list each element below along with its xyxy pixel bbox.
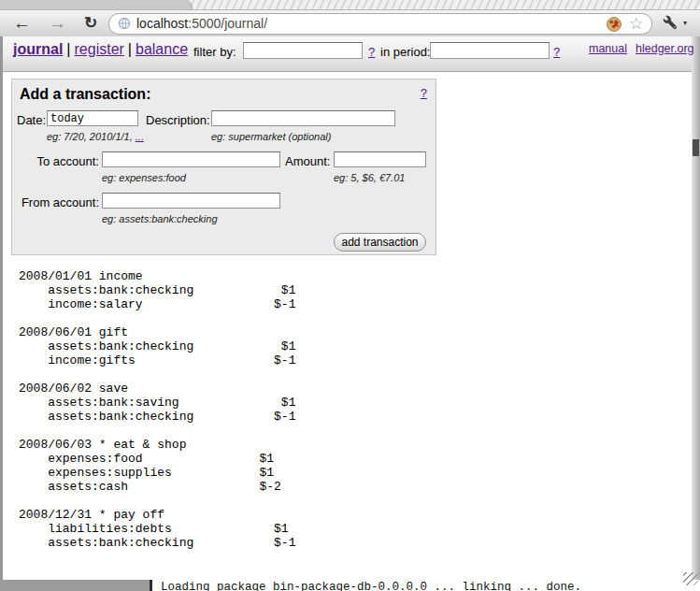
nav-link-balance[interactable]: balance: [136, 41, 188, 57]
address-bar[interactable]: localhost:5000/journal/ × ☆: [108, 13, 652, 35]
date-label: Date:: [17, 113, 46, 127]
add-transaction-form: Add a transaction: ? Date: Description: …: [11, 79, 436, 255]
menu-arrow-icon: ▾: [683, 19, 687, 27]
hledger-navbar: journal|register|balance filter by: ? in…: [3, 36, 692, 72]
tab-strip: [0, 0, 700, 10]
browser-tab[interactable]: [0, 0, 193, 9]
date-hint: eg: 7/20, 2010/1/1, ...: [47, 131, 144, 142]
url-path: :5000/journal/: [188, 16, 267, 31]
forward-button[interactable]: →: [49, 11, 66, 36]
blocked-x-icon: ×: [613, 20, 619, 30]
in-period-label: in period:: [380, 45, 430, 59]
manual-link[interactable]: manual: [589, 42, 627, 55]
terminal-output-text: Loading package bin-package-db-0.0.0.0 .…: [161, 581, 693, 591]
view-links: journal|register|balance: [13, 41, 188, 58]
nav-link-register[interactable]: register: [75, 41, 124, 57]
form-title: Add a transaction:: [20, 86, 150, 103]
url-text: localhost:5000/journal/: [136, 16, 267, 31]
date-hint-more-link[interactable]: ...: [136, 131, 144, 142]
nav-link-journal[interactable]: journal: [13, 41, 63, 57]
description-hint: eg: supermarket (optional): [211, 131, 331, 142]
page-globe-icon: [118, 17, 131, 34]
desktop-strip: [0, 580, 150, 591]
description-label: Description:: [146, 113, 210, 127]
to-account-input[interactable]: [102, 151, 280, 167]
from-account-hint: eg: assets:bank:checking: [102, 213, 218, 224]
bookmark-star-icon[interactable]: ☆: [629, 14, 643, 34]
period-input[interactable]: [430, 42, 550, 59]
scrollbar-thumb[interactable]: [693, 139, 699, 156]
from-account-label: From account:: [12, 195, 99, 209]
to-account-label: To account:: [12, 154, 99, 168]
back-button[interactable]: ←: [13, 11, 31, 36]
window-resize-grip[interactable]: [683, 572, 698, 585]
date-hint-text: eg: 7/20, 2010/1/1,: [47, 131, 136, 142]
nav-separator: |: [66, 41, 70, 57]
from-account-input[interactable]: [102, 193, 280, 209]
add-transaction-button[interactable]: add transaction: [334, 233, 426, 252]
cookie-blocked-icon[interactable]: ×: [607, 17, 621, 32]
filter-input[interactable]: [243, 42, 363, 59]
hledger-org-link[interactable]: hledger.org: [636, 42, 694, 55]
wrench-menu-icon[interactable]: ▾: [663, 15, 679, 35]
description-input[interactable]: [211, 110, 395, 126]
journal-text: 2008/01/01 income assets:bank:checking $…: [19, 269, 295, 550]
browser-toolbar: ← → ↻ localhost:5000/journal/ × ☆ ▾: [0, 10, 700, 37]
window-right-border: [692, 36, 700, 580]
date-input[interactable]: [47, 110, 138, 126]
to-account-hint: eg: expenses:food: [102, 172, 186, 183]
amount-input[interactable]: [334, 151, 426, 167]
reload-button[interactable]: ↻: [84, 11, 97, 36]
filter-by-label: filter by:: [193, 45, 236, 59]
filter-help-link[interactable]: ?: [368, 45, 375, 59]
url-host: localhost: [136, 16, 188, 31]
period-help-link[interactable]: ?: [553, 45, 560, 59]
form-help-link[interactable]: ?: [421, 86, 427, 100]
terminal-window-border: [150, 580, 152, 591]
amount-label: Amount:: [285, 154, 330, 168]
nav-separator: |: [128, 41, 132, 57]
amount-hint: eg: 5, $6, €7.01: [334, 172, 405, 183]
window-left-border: [0, 36, 3, 580]
